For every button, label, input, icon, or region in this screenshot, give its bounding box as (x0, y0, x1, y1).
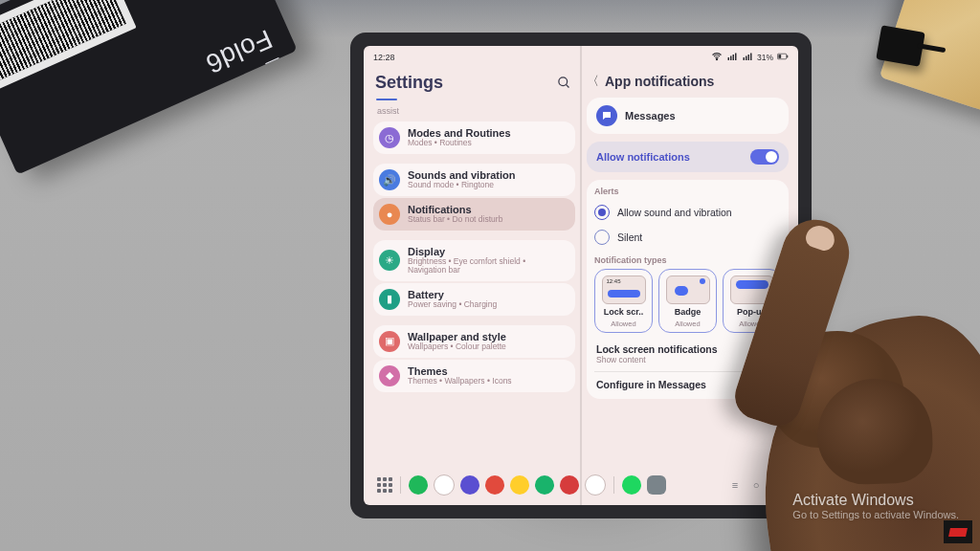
settings-item-sub: Sound mode • Ringtone (408, 181, 515, 189)
nav-home[interactable]: ○ (748, 477, 764, 493)
dock-app-3[interactable] (460, 475, 479, 495)
svg-rect-2 (730, 56, 732, 61)
signal2-icon (742, 51, 753, 64)
alerts-header: Alerts (594, 187, 781, 196)
link-label: Lock screen notifications (596, 343, 779, 355)
dock-app-6[interactable] (535, 475, 554, 495)
radio-icon (594, 205, 610, 220)
allow-label: Allow notifications (596, 151, 690, 163)
assist-hint: assist (377, 106, 575, 116)
notif-type-badge[interactable]: Badge Allowed (658, 269, 717, 333)
svg-rect-6 (746, 56, 747, 61)
product-box: Galaxy Z Fold6 (0, 0, 298, 175)
tile-sub: Allowed (739, 320, 764, 328)
dock-recent-2[interactable] (647, 475, 666, 495)
dock-app-phone[interactable] (409, 475, 428, 495)
display-icon: ☀ (385, 255, 394, 266)
device-screen: 12:28 31% S (364, 46, 798, 505)
status-bar: 12:28 31% (364, 46, 798, 67)
nav-recents[interactable]: ≡ (727, 477, 743, 493)
tile-sub: Allowed (675, 320, 700, 328)
popup-preview (730, 276, 774, 304)
svg-line-13 (566, 84, 568, 87)
settings-item-sub: Modes • Routines (408, 139, 511, 147)
messages-app-icon (596, 105, 617, 126)
modes-icon: ◷ (385, 133, 394, 143)
detail-pane: 〈 App notifications Messages (581, 67, 798, 469)
lockscreen-preview: 12:45 (602, 276, 646, 304)
taskbar: ≡ ○ 〈 (369, 469, 792, 501)
dock-recent-1[interactable] (622, 475, 641, 495)
settings-item-sub: Status bar • Do not disturb (408, 215, 502, 224)
alert-option-sound[interactable]: Allow sound and vibration (594, 200, 781, 225)
tile-label: Badge (675, 307, 702, 317)
dock-app-8[interactable] (585, 474, 606, 496)
link-label: Configure in Messages (596, 379, 779, 390)
notif-type-lockscreen[interactable]: 12:45 Lock scr.. Allowed (594, 269, 653, 333)
allow-toggle[interactable] (750, 149, 779, 165)
dock-app-4[interactable] (485, 475, 504, 495)
allow-notifications-row[interactable]: Allow notifications (587, 142, 789, 172)
search-icon[interactable] (557, 76, 571, 94)
tile-label: Pop-up (737, 307, 767, 317)
usb-plug (876, 25, 925, 66)
themes-icon: ◆ (386, 370, 393, 381)
activate-windows-watermark: Activate Windows Go to Settings to activ… (792, 492, 959, 520)
settings-item-sub: Themes • Wallpapers • Icons (408, 377, 512, 386)
svg-rect-3 (732, 55, 734, 60)
tile-label: Lock scr.. (604, 307, 644, 317)
bell-icon: ● (387, 209, 393, 220)
svg-point-12 (559, 77, 568, 86)
activate-windows-sub: Go to Settings to activate Windows. (792, 509, 959, 520)
barcode-sticker (0, 0, 137, 92)
nav-back[interactable]: 〈 (769, 477, 785, 493)
back-button[interactable]: 〈 (587, 73, 599, 90)
settings-item-modes[interactable]: ◷ Modes and Routines Modes • Routines (373, 121, 575, 154)
svg-rect-8 (750, 54, 752, 61)
app-row[interactable]: Messages (587, 98, 789, 134)
product-box-label: Galaxy Z Fold6 (186, 23, 298, 142)
alerts-card: Alerts Allow sound and vibration Silent … (587, 180, 789, 399)
settings-item-sound[interactable]: 🔊 Sounds and vibration Sound mode • Ring… (373, 164, 575, 196)
configure-in-app-row[interactable]: Configure in Messages (594, 374, 781, 395)
settings-item-display[interactable]: ☀ Display Brightness • Eye comfort shiel… (373, 240, 575, 281)
battery-icon: ▮ (387, 294, 392, 304)
svg-rect-10 (787, 55, 788, 58)
dock-app-7[interactable] (560, 475, 579, 495)
sound-icon: 🔊 (383, 175, 396, 186)
app-drawer-button[interactable] (377, 477, 392, 493)
settings-title: Settings (375, 73, 443, 93)
alert-option-label: Silent (617, 231, 642, 243)
svg-point-0 (716, 58, 717, 59)
settings-item-wallpaper[interactable]: ▣ Wallpaper and style Wallpapers • Colou… (373, 325, 575, 358)
device-frame: 12:28 31% S (350, 33, 812, 518)
divider (613, 476, 614, 494)
wifi-icon (711, 51, 723, 64)
types-header: Notification types (594, 255, 781, 265)
settings-item-themes[interactable]: ◆ Themes Themes • Wallpapers • Icons (373, 360, 575, 392)
svg-rect-7 (747, 55, 749, 60)
settings-item-notifications[interactable]: ● Notifications Status bar • Do not dist… (373, 198, 575, 231)
battery-icon (777, 51, 789, 64)
settings-item-battery[interactable]: ▮ Battery Power saving • Charging (373, 283, 575, 316)
channel-logo (944, 520, 972, 543)
divider (400, 476, 401, 494)
radio-icon (594, 230, 610, 245)
tile-sub: Allowed (611, 320, 635, 328)
settings-item-sub: Wallpapers • Colour palette (408, 342, 506, 351)
preview-time: 12:45 (607, 278, 621, 284)
activate-windows-title: Activate Windows (792, 492, 959, 509)
dock-app-5[interactable] (510, 475, 529, 495)
detail-title: App notifications (605, 74, 714, 89)
notif-type-popup[interactable]: Pop-up Allowed (723, 269, 781, 333)
svg-rect-5 (743, 57, 745, 60)
link-sub: Show content (596, 355, 779, 364)
svg-rect-1 (727, 57, 729, 60)
alert-option-label: Allow sound and vibration (617, 207, 732, 218)
lockscreen-notifications-row[interactable]: Lock screen notifications Show content (594, 339, 781, 369)
dock-app-2[interactable] (434, 474, 455, 496)
signal-icon (726, 51, 738, 64)
wallpaper-icon: ▣ (385, 336, 394, 346)
alert-option-silent[interactable]: Silent (594, 225, 781, 250)
svg-rect-11 (778, 55, 781, 58)
